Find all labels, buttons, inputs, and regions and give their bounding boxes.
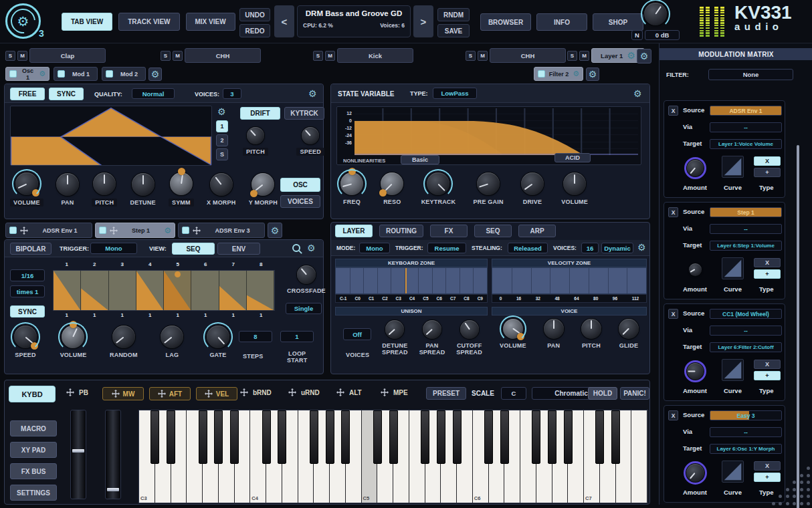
black-key[interactable] bbox=[548, 410, 556, 464]
black-key[interactable] bbox=[326, 410, 334, 464]
lag-knob[interactable] bbox=[161, 326, 183, 348]
black-key[interactable] bbox=[278, 410, 286, 464]
black-key[interactable] bbox=[167, 410, 175, 464]
side-button-xy-pad[interactable]: XY PAD bbox=[10, 442, 57, 458]
black-key[interactable] bbox=[611, 410, 620, 464]
osc-voices-view-button[interactable]: VOICES bbox=[280, 195, 320, 208]
solo-button[interactable]: S bbox=[466, 51, 476, 61]
module-enable-checkbox[interactable] bbox=[9, 70, 17, 78]
panic-button[interactable]: PANIC! bbox=[620, 387, 649, 400]
seq-step-5[interactable] bbox=[164, 271, 191, 310]
master-db-readout[interactable]: 0 dB bbox=[645, 30, 680, 40]
wave-settings-gear-icon[interactable]: ⚙ bbox=[217, 107, 226, 116]
matrix-filter-value[interactable]: None bbox=[708, 69, 793, 80]
bipolar-button[interactable]: BIPOLAR bbox=[10, 243, 52, 255]
layer-tab-chh[interactable]: CHH bbox=[490, 48, 566, 63]
mod-gear-icon[interactable]: ⚙ bbox=[164, 227, 171, 235]
osc-settings-gear-icon[interactable]: ⚙ bbox=[308, 89, 317, 98]
seq-step-6[interactable] bbox=[191, 271, 219, 310]
randomize-button[interactable]: RNDM bbox=[437, 8, 470, 21]
loop-start-value[interactable]: 1 bbox=[280, 331, 314, 342]
mod-add-gear-chip[interactable]: ⚙ bbox=[268, 223, 282, 238]
acid-button[interactable]: ACID bbox=[554, 153, 591, 162]
black-key[interactable] bbox=[500, 410, 509, 464]
preset-scale-button[interactable]: PRESET bbox=[426, 387, 466, 400]
control-alt[interactable]: ALT bbox=[336, 388, 362, 396]
wheel-handle[interactable] bbox=[107, 488, 119, 491]
black-key[interactable] bbox=[341, 410, 350, 464]
side-button-settings[interactable]: SETTINGS bbox=[10, 485, 57, 501]
layer-tab-kick[interactable]: Kick bbox=[337, 48, 413, 63]
source-value[interactable]: Step 1 bbox=[710, 207, 782, 217]
black-key[interactable] bbox=[262, 410, 271, 464]
filter-settings-gear-icon[interactable]: ⚙ bbox=[633, 89, 642, 98]
drive-knob[interactable] bbox=[521, 172, 544, 195]
pan-knob[interactable] bbox=[544, 319, 564, 339]
stealing-value[interactable]: Released bbox=[508, 243, 548, 253]
nonlinearity-mode-button[interactable]: Basic bbox=[401, 155, 439, 164]
crossfade-knob[interactable] bbox=[297, 265, 316, 284]
mod-enable-checkbox[interactable] bbox=[99, 227, 106, 234]
side-button-fx-bus[interactable]: FX BUS bbox=[10, 463, 57, 479]
black-key[interactable] bbox=[214, 410, 223, 464]
seq-step-1[interactable] bbox=[54, 271, 81, 310]
osc-sync-button[interactable]: SYNC bbox=[49, 88, 84, 100]
layer-gear-icon[interactable]: ⚙ bbox=[627, 51, 635, 60]
control-aft[interactable]: AFT bbox=[149, 387, 191, 400]
speed-knob[interactable] bbox=[14, 326, 37, 348]
amount-knob[interactable] bbox=[689, 263, 702, 276]
via-value[interactable]: -- bbox=[710, 122, 782, 132]
zoom-icon[interactable] bbox=[292, 244, 300, 252]
type-x-button[interactable]: X bbox=[754, 156, 781, 166]
control-brnd[interactable]: bRND bbox=[240, 388, 272, 396]
filter-type-value[interactable]: LowPass bbox=[433, 88, 477, 99]
black-key[interactable] bbox=[199, 410, 207, 464]
pitch-bend-wheel[interactable] bbox=[70, 410, 86, 499]
hold-button[interactable]: HOLD bbox=[588, 387, 617, 400]
curve-selector[interactable] bbox=[722, 156, 744, 178]
layer-panel-tab-seq[interactable]: SEQ bbox=[474, 225, 512, 237]
target-value[interactable]: Layer 6:Osc 1:Y Morph bbox=[710, 444, 782, 454]
control-pb[interactable]: PB bbox=[66, 388, 88, 396]
layer-tab-clap[interactable]: Clap bbox=[29, 48, 106, 63]
keyboard-zone-display[interactable] bbox=[335, 267, 488, 294]
osc-free-button[interactable]: FREE bbox=[10, 88, 45, 100]
black-key[interactable] bbox=[437, 410, 445, 464]
module-gear-icon[interactable]: ⚙ bbox=[39, 70, 45, 78]
via-value[interactable]: -- bbox=[710, 427, 782, 437]
type-x-button[interactable]: X bbox=[754, 360, 781, 369]
type-plus-button[interactable]: + bbox=[754, 168, 781, 177]
source-value[interactable]: Easy 3 bbox=[710, 410, 782, 420]
pitch-knob[interactable] bbox=[247, 127, 264, 144]
mode-value[interactable]: Mono bbox=[359, 243, 390, 253]
nav-info-button[interactable]: INFO bbox=[536, 13, 587, 31]
white-key[interactable] bbox=[631, 410, 647, 503]
nav-shop-button[interactable]: SHOP bbox=[593, 13, 643, 31]
drift-button[interactable]: DRIFT bbox=[240, 107, 280, 120]
module-tab-mod-1[interactable]: Mod 1 bbox=[54, 67, 98, 81]
side-button-macro[interactable]: MACRO bbox=[10, 420, 57, 436]
mod-tab-adsr-env-3[interactable]: ADSR Env 3 bbox=[178, 223, 265, 238]
quality-value[interactable]: Normal bbox=[132, 88, 175, 99]
type-plus-button[interactable]: + bbox=[754, 473, 781, 482]
layer-panel-tab-fx[interactable]: FX bbox=[430, 225, 468, 237]
mute-button[interactable]: M bbox=[173, 51, 183, 61]
steps-value[interactable]: 8 bbox=[239, 331, 272, 342]
undo-button[interactable]: UNDO bbox=[239, 8, 270, 21]
random-knob[interactable] bbox=[112, 326, 135, 348]
step-settings-gear-icon[interactable]: ⚙ bbox=[307, 243, 316, 253]
mute-button[interactable]: M bbox=[579, 51, 589, 61]
amount-knob[interactable] bbox=[686, 464, 704, 482]
black-key[interactable] bbox=[310, 410, 318, 464]
solo-button[interactable]: S bbox=[567, 51, 577, 61]
unison-voices-value[interactable]: Off bbox=[343, 328, 371, 340]
remove-entry-button[interactable]: X bbox=[668, 207, 678, 217]
filter-gear-chip[interactable]: ⚙ bbox=[586, 68, 599, 81]
module-tab-osc-1[interactable]: Osc 1⚙ bbox=[5, 67, 49, 81]
view-env-button[interactable]: ENV bbox=[217, 243, 260, 255]
wave-button-s[interactable]: S bbox=[216, 148, 228, 160]
kytrck-button[interactable]: KYTRCK bbox=[284, 107, 324, 120]
type-plus-button[interactable]: + bbox=[754, 371, 781, 380]
scale-key-value[interactable]: C bbox=[501, 387, 526, 400]
black-key[interactable] bbox=[421, 410, 429, 464]
